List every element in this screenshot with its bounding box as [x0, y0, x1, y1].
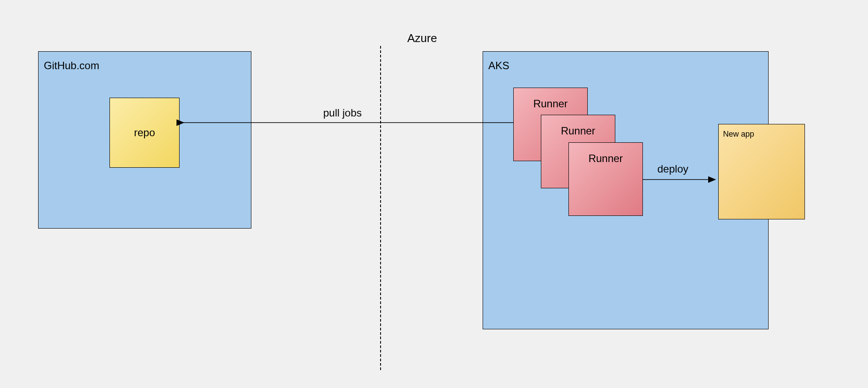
pull-jobs-arrow-label: pull jobs	[323, 107, 362, 119]
new-app-node: New app	[718, 124, 805, 219]
runner-label: Runner	[589, 152, 623, 164]
aks-title: AKS	[488, 60, 509, 72]
runner-node: Runner	[568, 142, 643, 216]
new-app-label: New app	[723, 130, 754, 138]
repo-node: repo	[109, 98, 180, 168]
azure-region-label: Azure	[407, 32, 437, 45]
runner-label: Runner	[561, 125, 596, 137]
deploy-arrow-label: deploy	[657, 163, 688, 175]
boundary-divider	[380, 46, 381, 370]
architecture-diagram: Azure GitHub.com repo AKS Runner Runner …	[0, 0, 868, 388]
github-title: GitHub.com	[44, 60, 99, 72]
runner-label: Runner	[533, 98, 568, 109]
repo-label: repo	[134, 127, 155, 139]
